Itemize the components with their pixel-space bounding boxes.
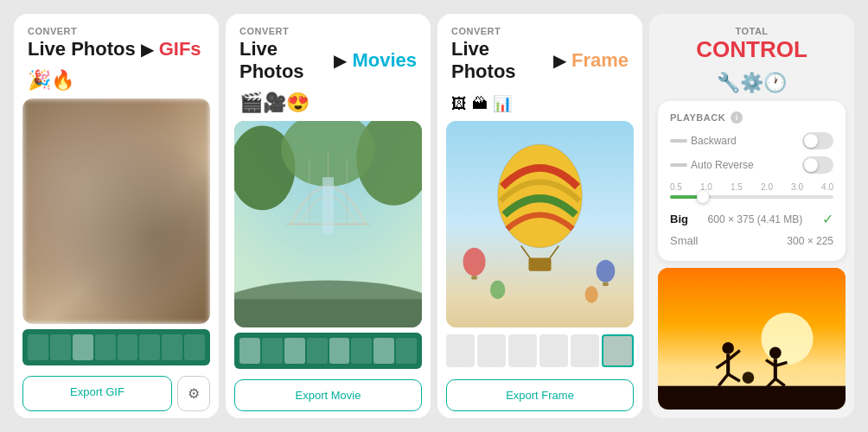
- frame-panel-header: CONVERT Live Photos ▶ Frame: [437, 14, 642, 88]
- gif-image: [22, 98, 210, 324]
- size-small-row[interactable]: Small 300 × 225: [670, 231, 833, 251]
- svg-point-30: [722, 342, 734, 354]
- balloon-svg: [446, 121, 634, 327]
- frame-thumb-4[interactable]: [539, 334, 568, 367]
- movie-title-live: Live Photos: [239, 38, 329, 83]
- total-title: CONTROL: [663, 36, 840, 63]
- frame-thumb-3[interactable]: [508, 334, 537, 367]
- movie-scene-svg: [234, 121, 422, 327]
- frame-panel: CONVERT Live Photos ▶ Frame 🖼 🏔 📊: [437, 14, 642, 418]
- movie-arrow: ▶: [334, 50, 347, 71]
- movie-frame-1: [239, 338, 260, 364]
- export-gif-button[interactable]: Export GIF: [22, 376, 172, 411]
- svg-point-22: [585, 286, 598, 303]
- gif-panel: CONVERT Live Photos ▶ GIFs 🎉🔥 Export GIF…: [14, 14, 219, 418]
- movie-frame-6: [351, 338, 372, 364]
- auto-reverse-toggle[interactable]: [802, 156, 833, 174]
- movie-frame-8: [396, 338, 417, 364]
- movie-frame-5: [329, 338, 350, 364]
- playback-card: PLAYBACK i Backward Auto Reverse: [658, 101, 846, 261]
- svg-point-9: [234, 281, 422, 327]
- movie-scene-image: [234, 121, 422, 327]
- panels-container: CONVERT Live Photos ▶ GIFs 🎉🔥 Export GIF…: [0, 0, 868, 432]
- movie-panel: CONVERT Live Photos ▶ Movies 🎬🎥😍: [226, 14, 431, 418]
- size-small-label: Small: [670, 234, 699, 247]
- gif-title-target: GIFs: [159, 38, 201, 60]
- svg-rect-7: [322, 177, 334, 233]
- gif-arrow: ▶: [141, 39, 154, 60]
- svg-point-42: [743, 372, 755, 384]
- size-options: Big 600 × 375 (4.41 MB) ✓ Small 300 × 22…: [670, 207, 833, 251]
- balloon-scene-image: [446, 121, 634, 327]
- backward-toggle[interactable]: [802, 132, 833, 149]
- frame-thumb-2[interactable]: [477, 334, 506, 367]
- frame-image: [446, 121, 634, 327]
- frame-icons: 🖼 🏔 📊: [437, 88, 642, 121]
- slider-thumb[interactable]: [697, 191, 709, 203]
- gif-convert-label: CONVERT: [28, 26, 205, 36]
- export-frame-button[interactable]: Export Frame: [446, 379, 634, 411]
- slider-label-3: 2.0: [761, 182, 773, 192]
- svg-rect-29: [658, 386, 846, 410]
- frame-icon-1: 🖼: [451, 95, 467, 112]
- backward-dot: [670, 139, 687, 143]
- svg-point-17: [463, 248, 486, 276]
- filmstrip-frame-5: [118, 334, 138, 360]
- frame-icon-3: 📊: [493, 95, 512, 112]
- frame-title-row: Live Photos ▶ Frame: [451, 38, 629, 83]
- frame-thumb-6[interactable]: [602, 334, 634, 367]
- gif-title-live: Live Photos: [28, 38, 136, 60]
- movie-title-target: Movies: [352, 49, 417, 72]
- movie-filmstrip: [234, 333, 422, 369]
- filmstrip-frame-3: [73, 334, 93, 360]
- auto-reverse-toggle-row: Auto Reverse: [670, 156, 833, 174]
- svg-point-36: [769, 347, 782, 359]
- frame-thumb-1[interactable]: [446, 334, 475, 367]
- movie-frame-3: [284, 338, 305, 364]
- info-icon[interactable]: i: [731, 111, 743, 124]
- filmstrip-frame-8: [184, 334, 205, 360]
- gif-button-row: Export GIF ⚙: [22, 376, 210, 411]
- frame-convert-label: CONVERT: [451, 26, 629, 36]
- movie-convert-label: CONVERT: [239, 26, 417, 36]
- auto-reverse-label: Auto Reverse: [670, 159, 754, 171]
- backward-toggle-row: Backward: [670, 132, 833, 149]
- silhouette-scene: [658, 268, 846, 410]
- svg-point-19: [597, 260, 616, 283]
- speed-slider-track[interactable]: [670, 195, 833, 199]
- frame-button-row: Export Frame: [446, 379, 634, 411]
- svg-rect-20: [603, 283, 609, 286]
- gif-panel-header: CONVERT Live Photos ▶ GIFs: [14, 14, 219, 66]
- frame-strip: [446, 333, 634, 369]
- total-header: TOTAL CONTROL: [649, 14, 854, 68]
- movie-image: [234, 121, 422, 327]
- frame-title-target: Frame: [571, 49, 629, 72]
- gif-scene-image: [22, 98, 210, 324]
- auto-reverse-dot: [670, 163, 687, 167]
- playback-title: PLAYBACK: [670, 112, 725, 123]
- size-big-row[interactable]: Big 600 × 375 (4.41 MB) ✓: [670, 207, 833, 231]
- svg-rect-15: [528, 258, 551, 271]
- filmstrip-frame-1: [28, 334, 48, 360]
- slider-label-0: 0.5: [670, 182, 682, 192]
- settings-button[interactable]: ⚙: [177, 376, 210, 411]
- movie-frame-2: [262, 338, 283, 364]
- control-panel: TOTAL CONTROL 🔧⚙️🕐 PLAYBACK i Backward A…: [649, 14, 854, 418]
- playback-header: PLAYBACK i: [670, 111, 833, 124]
- frame-thumb-5[interactable]: [571, 334, 599, 367]
- check-icon: ✓: [822, 211, 833, 227]
- filmstrip-frame-6: [139, 334, 160, 360]
- slider-labels: 0.5 1.0 1.5 2.0 3.0 4.0: [670, 182, 833, 192]
- frame-title-live: Live Photos: [451, 38, 548, 83]
- frame-icon-2: 🏔: [472, 95, 488, 112]
- control-bottom-image: [658, 268, 846, 410]
- svg-point-28: [761, 313, 813, 365]
- filmstrip-frame-7: [162, 334, 182, 360]
- export-movie-button[interactable]: Export Movie: [234, 379, 422, 411]
- filmstrip-frame-4: [95, 334, 116, 360]
- slider-label-4: 3.0: [791, 182, 803, 192]
- gif-filmstrip: [22, 329, 210, 365]
- frame-arrow: ▶: [553, 50, 566, 71]
- size-big-label: Big: [670, 213, 688, 226]
- movie-frame-4: [307, 338, 328, 364]
